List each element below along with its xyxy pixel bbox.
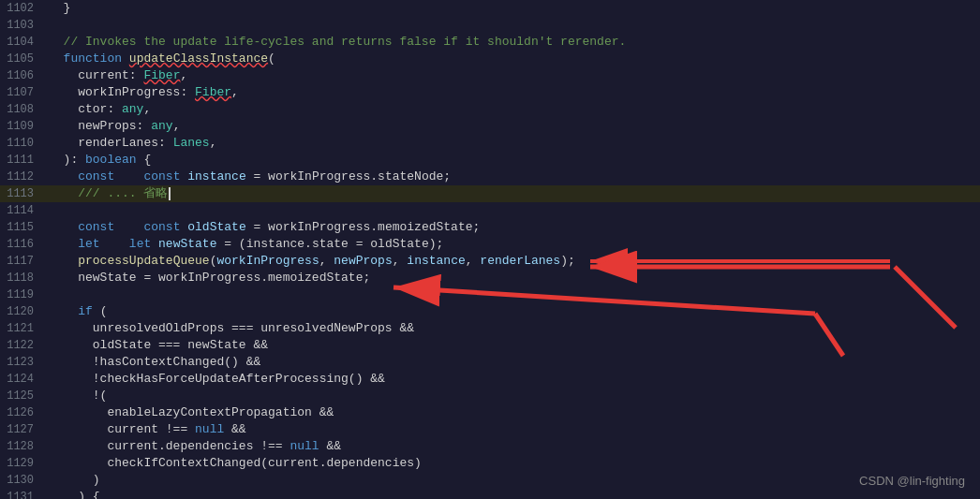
watermark: CSDN @lin-fighting [859,474,965,488]
line-code: renderLanes: Lanes, [45,135,980,152]
code-line: 1107 workInProgress: Fiber, [0,84,980,101]
line-code: !hasContextChanged() && [45,354,980,371]
line-code: current !== null && [45,421,980,438]
code-line: 1102 } [0,0,980,17]
line-number: 1120 [0,303,45,320]
line-number: 1127 [0,421,45,438]
code-line: 1127 current !== null && [0,421,980,438]
line-number: 1126 [0,404,45,421]
line-number: 1131 [0,489,45,499]
line-code: ctor: any, [45,101,980,118]
code-line: 1115 const const oldState = workInProgre… [0,219,980,236]
line-code: let let newState = (instance.state = old… [45,236,980,253]
line-number: 1125 [0,388,45,404]
code-block: 1102 }11031104 // Invokes the update lif… [0,0,980,499]
line-code: !( [45,388,980,404]
code-line: 1109 newProps: any, [0,118,980,135]
line-number: 1122 [0,337,45,354]
line-code: oldState === newState && [45,337,980,354]
line-number: 1124 [0,371,45,388]
code-line: 1105 function updateClassInstance( [0,51,980,67]
line-code: ) [45,472,980,489]
line-code: function updateClassInstance( [45,51,980,67]
code-line: 1116 let let newState = (instance.state … [0,236,980,253]
line-code: workInProgress: Fiber, [45,84,980,101]
line-number: 1107 [0,84,45,101]
line-code: if ( [45,303,980,320]
line-number: 1118 [0,270,45,286]
line-code: // Invokes the update life-cycles and re… [45,34,980,51]
line-code: checkIfContextChanged(current.dependenci… [45,455,980,472]
code-line: 1122 oldState === newState && [0,337,980,354]
line-code: processUpdateQueue(workInProgress, newPr… [45,253,980,270]
line-number: 1129 [0,455,45,472]
code-line: 1123 !hasContextChanged() && [0,354,980,371]
line-number: 1128 [0,438,45,455]
line-number: 1111 [0,152,45,169]
line-code: ): boolean { [45,152,980,169]
code-line: 1125 !( [0,388,980,404]
line-code: unresolvedOldProps === unresolvedNewProp… [45,320,980,337]
code-line: 1118 newState = workInProgress.memoizedS… [0,270,980,286]
line-code: ) { [45,489,980,499]
line-number: 1114 [0,202,45,219]
line-number: 1104 [0,34,45,51]
line-number: 1116 [0,236,45,253]
line-code: current: Fiber, [45,67,980,84]
line-number: 1105 [0,51,45,67]
code-line: 1124 !checkHasForceUpdateAfterProcessing… [0,371,980,388]
line-code: !checkHasForceUpdateAfterProcessing() && [45,371,980,388]
line-number: 1113 [0,185,45,202]
line-number: 1115 [0,219,45,236]
line-code: const const instance = workInProgress.st… [45,169,980,185]
code-line: 1131 ) { [0,489,980,499]
line-code: /// .... 省略 [45,185,980,202]
code-line: 1110 renderLanes: Lanes, [0,135,980,152]
code-line: 1128 current.dependencies !== null && [0,438,980,455]
code-line: 1121 unresolvedOldProps === unresolvedNe… [0,320,980,337]
code-line: 1130 ) [0,472,980,489]
line-code: enableLazyContextPropagation && [45,404,980,421]
line-number: 1119 [0,286,45,303]
code-line: 1117 processUpdateQueue(workInProgress, … [0,253,980,270]
code-line: 1103 [0,17,980,34]
code-line: 1104 // Invokes the update life-cycles a… [0,34,980,51]
code-line: 1120 if ( [0,303,980,320]
line-number: 1106 [0,67,45,84]
line-code: newState = workInProgress.memoizedState; [45,270,980,286]
code-line: 1129 checkIfContextChanged(current.depen… [0,455,980,472]
code-line: 1112 const const instance = workInProgre… [0,169,980,185]
line-number: 1110 [0,135,45,152]
line-number: 1123 [0,354,45,371]
line-number: 1117 [0,253,45,270]
line-code: current.dependencies !== null && [45,438,980,455]
code-line: 1108 ctor: any, [0,101,980,118]
code-line: 1126 enableLazyContextPropagation && [0,404,980,421]
line-number: 1121 [0,320,45,337]
line-number: 1130 [0,472,45,489]
code-line: 1106 current: Fiber, [0,67,980,84]
line-code: } [45,0,980,17]
line-code: const const oldState = workInProgress.me… [45,219,980,236]
line-number: 1112 [0,169,45,185]
code-editor: 1102 }11031104 // Invokes the update lif… [0,0,980,499]
line-number: 1109 [0,118,45,135]
line-number: 1102 [0,0,45,17]
code-line: 1113 /// .... 省略 [0,185,980,202]
code-line: 1114 [0,202,980,219]
text-cursor [169,187,171,200]
line-number: 1108 [0,101,45,118]
line-number: 1103 [0,17,45,34]
line-code: newProps: any, [45,118,980,135]
code-line: 1111 ): boolean { [0,152,980,169]
code-line: 1119 [0,286,980,303]
